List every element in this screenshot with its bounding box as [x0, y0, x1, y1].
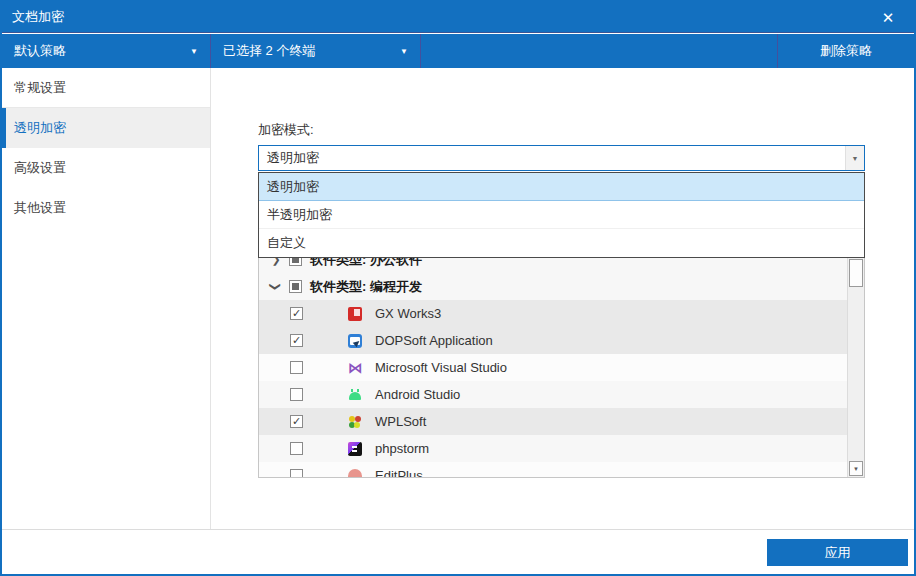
vertical-scrollbar[interactable]: ▼	[847, 248, 864, 477]
software-row-visual-studio[interactable]: Microsoft Visual Studio	[259, 354, 847, 381]
group-checkbox[interactable]	[289, 280, 302, 293]
group-label: 软件类型: 编程开发	[310, 278, 422, 296]
encryption-mode-popup: 透明加密 半透明加密 自定义	[258, 172, 865, 258]
option-semi-transparent-encryption[interactable]: 半透明加密	[259, 201, 864, 229]
window-title: 文档加密	[12, 8, 64, 26]
encryption-mode-label: 加密模式:	[258, 121, 314, 139]
app-name: WPLSoft	[375, 414, 426, 429]
chevron-down-icon[interactable]	[269, 280, 283, 293]
dopsoft-icon	[348, 334, 362, 348]
sidebar-item-other-settings[interactable]: 其他设置	[2, 188, 210, 228]
editplus-icon	[348, 469, 362, 479]
software-row-dopsoft[interactable]: DOPSoft Application	[259, 327, 847, 354]
wplsoft-icon	[348, 415, 362, 429]
sidebar-item-label: 常规设置	[14, 79, 66, 97]
chevron-down-icon: ▼	[190, 47, 198, 56]
scroll-down-icon[interactable]: ▼	[849, 461, 863, 476]
group-row-programming-dev[interactable]: 软件类型: 编程开发	[259, 273, 847, 300]
software-row-gx-works3[interactable]: GX Works3	[259, 300, 847, 327]
gx-works3-icon	[348, 307, 362, 321]
chevron-down-icon: ▼	[400, 47, 408, 56]
checkbox[interactable]	[290, 442, 303, 455]
policy-dropdown-label: 默认策略	[14, 42, 66, 60]
sidebar: 常规设置 透明加密 高级设置 其他设置	[2, 68, 211, 529]
app-name: EditPlus	[375, 468, 423, 478]
apply-button[interactable]: 应用	[767, 539, 908, 566]
toolbar-spacer	[421, 34, 778, 68]
close-icon[interactable]: ✕	[870, 2, 906, 33]
terminal-dropdown[interactable]: 已选择 2 个终端 ▼	[211, 34, 421, 68]
app-name: DOPSoft Application	[375, 333, 493, 348]
delete-policy-button[interactable]: 删除策略	[778, 34, 914, 68]
phpstorm-icon	[348, 442, 362, 456]
app-name: phpstorm	[375, 441, 429, 456]
sidebar-item-label: 透明加密	[14, 119, 66, 137]
sidebar-item-advanced-settings[interactable]: 高级设置	[2, 148, 210, 188]
terminal-dropdown-label: 已选择 2 个终端	[223, 42, 315, 60]
app-name: Microsoft Visual Studio	[375, 360, 507, 375]
sidebar-item-transparent-encryption[interactable]: 透明加密	[2, 108, 210, 148]
scrollbar-thumb[interactable]	[849, 259, 863, 287]
software-row-wplsoft[interactable]: WPLSoft	[259, 408, 847, 435]
checkbox[interactable]	[290, 415, 303, 428]
policy-dropdown[interactable]: 默认策略 ▼	[2, 34, 211, 68]
titlebar: 文档加密	[2, 2, 914, 33]
option-custom[interactable]: 自定义	[259, 229, 864, 257]
encryption-mode-combobox[interactable]: 透明加密 ▼	[258, 145, 865, 171]
sidebar-item-label: 其他设置	[14, 199, 66, 217]
sidebar-item-label: 高级设置	[14, 159, 66, 177]
footer-divider	[2, 529, 914, 530]
app-name: Android Studio	[375, 387, 460, 402]
document-encryption-dialog: 文档加密 ✕ 默认策略 ▼ 已选择 2 个终端 ▼ 删除策略 常规设置 透明加密…	[0, 0, 916, 576]
android-studio-icon	[348, 388, 362, 402]
software-row-editplus[interactable]: EditPlus	[259, 462, 847, 478]
checkbox[interactable]	[290, 361, 303, 374]
software-row-phpstorm[interactable]: phpstorm	[259, 435, 847, 462]
checkbox[interactable]	[290, 334, 303, 347]
toolbar: 默认策略 ▼ 已选择 2 个终端 ▼ 删除策略	[2, 34, 914, 68]
checkbox[interactable]	[290, 469, 303, 478]
software-list: 软件类型: 办公软件 软件类型: 编程开发 GX Works3 DOPSoft …	[258, 247, 865, 478]
option-transparent-encryption[interactable]: 透明加密	[259, 173, 864, 201]
checkbox[interactable]	[290, 307, 303, 320]
visual-studio-icon	[348, 361, 362, 375]
software-row-android-studio[interactable]: Android Studio	[259, 381, 847, 408]
chevron-down-icon[interactable]: ▼	[845, 146, 864, 170]
sidebar-item-general-settings[interactable]: 常规设置	[2, 68, 210, 108]
checkbox[interactable]	[290, 388, 303, 401]
delete-policy-label: 删除策略	[820, 42, 872, 60]
app-name: GX Works3	[375, 306, 441, 321]
combobox-value: 透明加密	[267, 149, 319, 167]
